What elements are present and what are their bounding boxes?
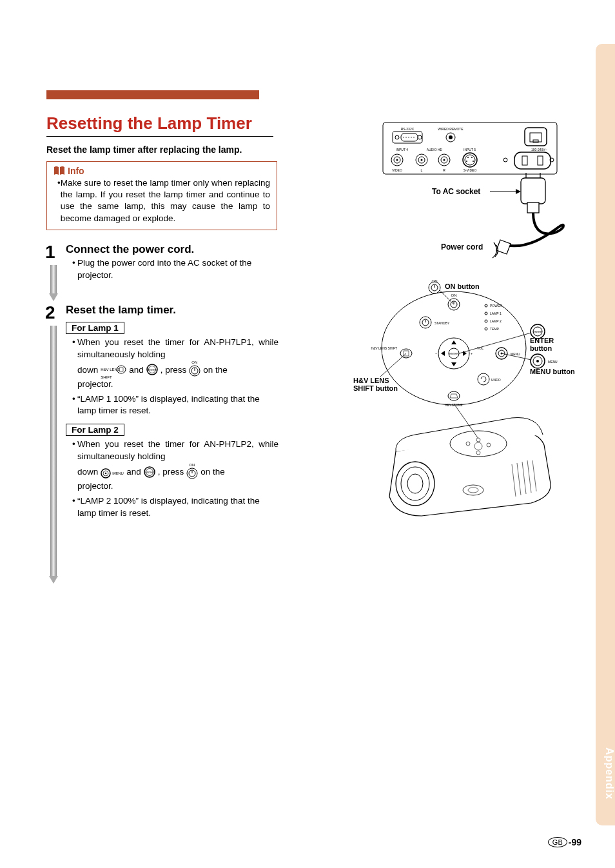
svg-text:ON: ON — [451, 293, 457, 297]
step-2-title: Reset the lamp timer. — [66, 304, 278, 317]
step-2-bar — [49, 326, 58, 584]
svg-text:S-VIDEO: S-VIDEO — [464, 168, 477, 172]
svg-text:100-240V~: 100-240V~ — [531, 148, 547, 152]
svg-rect-0 — [50, 265, 57, 295]
svg-text:ENTER: ENTER — [145, 471, 154, 474]
svg-point-29 — [411, 137, 411, 137]
enter-icon: ENTER — [146, 364, 158, 375]
to-ac-socket-label: To AC socket — [432, 187, 480, 196]
svg-marker-71 — [516, 189, 521, 194]
page-footer: GB -99 — [548, 837, 581, 847]
header-bar — [46, 90, 259, 99]
svg-text:INPUT 4: INPUT 4 — [396, 148, 408, 152]
svg-point-50 — [444, 159, 445, 161]
svg-text:LAMP 2: LAMP 2 — [490, 319, 502, 323]
step-1: 1 Connect the power cord. •Plug the powe… — [46, 243, 278, 295]
info-header: Info — [54, 166, 270, 176]
svg-text:WIRED REMOTE: WIRED REMOTE — [438, 127, 464, 131]
svg-point-14 — [105, 472, 107, 474]
svg-text:UNDO: UNDO — [491, 378, 501, 382]
svg-text:TEMP.: TEMP. — [490, 327, 500, 331]
svg-text:AUDIO HD: AUDIO HD — [427, 148, 443, 152]
for-lamp-2-label: For Lamp 2 — [66, 424, 124, 436]
svg-point-56 — [473, 161, 474, 162]
info-box: Info • Make sure to reset the lamp timer… — [46, 161, 277, 230]
svg-point-54 — [471, 157, 473, 158]
top-panel-diagram: ON POWER LAMP 1 LAMP 2 TEMP. STANDBY ENT… — [351, 277, 576, 522]
svg-rect-2 — [50, 326, 57, 577]
top-panel-svg: ON POWER LAMP 1 LAMP 2 TEMP. STANDBY ENT… — [351, 277, 576, 522]
svg-point-30 — [413, 137, 414, 137]
section-tab-label: Appendix — [596, 747, 615, 800]
svg-text:L: L — [421, 168, 423, 172]
step-2: 2 Reset the lamp timer. For Lamp 1 •When… — [46, 304, 278, 575]
menu-button-label: MENU button — [530, 368, 575, 375]
svg-rect-69 — [527, 202, 539, 213]
svg-text:MENU: MENU — [548, 360, 558, 364]
svg-text:ENTER: ENTER — [533, 330, 542, 333]
svg-point-34 — [449, 135, 453, 139]
info-label: Info — [68, 166, 84, 176]
power-cord-label: Power cord — [441, 242, 483, 252]
lens-shift-icon: H&V LENS SHIFT — [101, 364, 126, 375]
svg-point-55 — [466, 161, 467, 162]
svg-text:–: – — [435, 351, 437, 355]
svg-text:H&V LENS SHIFT: H&V LENS SHIFT — [371, 346, 397, 350]
menu-icon: MENU — [101, 467, 124, 477]
arrow-icon — [490, 188, 521, 195]
lamp2-line2: “LAMP 2 100%” is displayed, indicating t… — [77, 495, 278, 520]
lamp1-line1: When you reset the timer for AN-PH7LP1, … — [77, 337, 278, 361]
on-icon: ON — [189, 362, 200, 377]
book-icon — [54, 166, 65, 176]
lamp1-line2: “LAMP 1 100%” is displayed, indicating t… — [77, 393, 278, 418]
svg-point-4 — [117, 366, 126, 373]
svg-point-26 — [403, 137, 404, 137]
lens-shift-button-label: H&V LENS SHIFT button — [353, 377, 405, 392]
svg-text:STANDBY: STANDBY — [434, 321, 450, 325]
svg-rect-66 — [521, 178, 545, 204]
svg-text:VIDEO: VIDEO — [392, 168, 402, 172]
svg-marker-1 — [49, 293, 58, 301]
svg-point-116 — [536, 360, 539, 362]
page-number: -99 — [569, 837, 581, 847]
svg-text:+: + — [471, 351, 473, 355]
step-1-bar — [49, 265, 58, 301]
svg-text:LAMP 1: LAMP 1 — [490, 311, 502, 315]
svg-point-47 — [421, 159, 423, 161]
info-text: • Make sure to reset the lamp timer only… — [54, 177, 270, 224]
svg-text:R: R — [443, 168, 445, 172]
step-2-number: 2 — [45, 302, 55, 323]
svg-text:ENTER: ENTER — [449, 352, 458, 355]
svg-point-28 — [408, 137, 409, 137]
for-lamp-1-label: For Lamp 1 — [66, 322, 124, 334]
rear-panel-diagram: RS-232C WIRED REMOTE INPUT 4 AUDIO HD IN… — [357, 116, 576, 271]
svg-text:MENU: MENU — [511, 352, 520, 356]
step-1-bullet: Plug the power cord into the AC socket o… — [77, 257, 278, 282]
svg-point-27 — [405, 137, 406, 137]
svg-point-126 — [396, 462, 434, 506]
svg-marker-3 — [49, 576, 58, 584]
step-1-number: 1 — [45, 242, 55, 262]
svg-point-129 — [450, 431, 507, 457]
svg-text:POWER: POWER — [490, 304, 502, 308]
svg-text:ENTER: ENTER — [148, 368, 157, 371]
svg-point-44 — [396, 159, 398, 161]
lamp2-line1: When you reset the timer for AN-PH7LP2, … — [77, 439, 278, 463]
title-underline — [46, 136, 273, 137]
svg-text:INPUT 5: INPUT 5 — [464, 148, 476, 152]
svg-rect-5 — [119, 368, 123, 371]
on-button-label: ON button — [445, 282, 480, 290]
enter-button-label: ENTER button — [530, 337, 576, 352]
section-tab: Appendix — [596, 44, 615, 825]
step-1-title: Connect the power cord. — [66, 243, 278, 256]
enter-icon: ENTER — [144, 466, 155, 478]
svg-point-53 — [467, 157, 469, 158]
gb-badge: GB — [548, 837, 567, 847]
svg-text:RS-232C: RS-232C — [401, 127, 415, 131]
on-icon: ON — [186, 465, 198, 479]
